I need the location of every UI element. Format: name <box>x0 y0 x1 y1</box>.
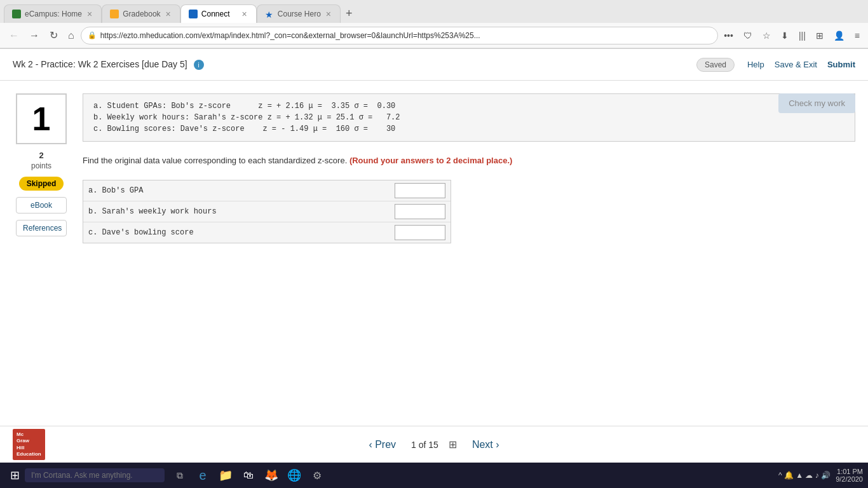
references-button[interactable]: References <box>16 220 67 236</box>
data-row-c: c. Bowling scores: Dave's z-score z = - … <box>93 123 844 135</box>
left-panel: 1 2 points Skipped eBook References <box>13 93 70 437</box>
saved-badge: Saved <box>696 58 735 72</box>
instruction-text: Find the original data value correspondi… <box>83 156 347 165</box>
question-number-box: 1 <box>16 93 67 144</box>
data-row-b: b. Weekly work hours: Sarah's z-score z … <box>93 112 844 123</box>
question-text: Find the original data value correspondi… <box>83 154 855 167</box>
collections-button[interactable]: ||| <box>796 29 809 43</box>
profile-button[interactable]: 👤 <box>831 29 848 43</box>
prev-button[interactable]: ‹ Prev <box>363 437 401 450</box>
tab-connect-label: Connect <box>201 10 237 18</box>
new-tab-button[interactable]: + <box>341 4 358 23</box>
instruction-emphasis: (Round your answers to 2 decimal place.) <box>349 156 512 165</box>
answer-row-a: a. Bob's GPA <box>83 180 451 201</box>
back-button[interactable]: ← <box>5 27 23 44</box>
answer-input-b[interactable] <box>395 204 445 219</box>
answer-row-c: c. Dave's bowling score <box>83 222 451 243</box>
url-display: https://ezto.mheducation.com/ext/map/ind… <box>100 31 712 40</box>
browser-chrome: eCampus: Home × Gradebook × Connect × ★ … <box>0 0 868 49</box>
answer-table-inner: a. Bob's GPA b. Sarah's weekly work hour… <box>83 180 451 243</box>
tab-bar: eCampus: Home × Gradebook × Connect × ★ … <box>0 0 868 23</box>
info-icon[interactable]: i <box>194 60 204 70</box>
tab-coursehero[interactable]: ★ Course Hero × <box>257 4 341 23</box>
page-title: Wk 2 - Practice: Wk 2 Exercises [due Day… <box>13 59 187 69</box>
tab-ecampus-close[interactable]: × <box>86 9 93 19</box>
footer: McGrawHillEducation ‹ Prev 1 of 15 ⊞ Nex… <box>0 426 868 449</box>
next-button[interactable]: Next › <box>467 437 505 450</box>
right-panel: Check my work a. Student GPAs: Bob's z-s… <box>83 93 855 437</box>
tab-gradebook-label: Gradebook <box>123 10 160 18</box>
points-count: 2 <box>39 151 43 160</box>
download-button[interactable]: ⬇ <box>778 29 792 43</box>
forward-button[interactable]: → <box>25 27 43 44</box>
footer-logo: McGrawHillEducation <box>13 429 45 449</box>
page-nav: ‹ Prev 1 of 15 ⊞ Next › <box>363 437 504 450</box>
answer-label-c: c. Dave's bowling score <box>88 226 395 240</box>
nav-actions: ••• 🛡 ☆ ⬇ ||| ⊞ 👤 ≡ <box>721 29 863 43</box>
extensions-button[interactable]: ••• <box>721 29 736 43</box>
tab-ecampus-label: eCampus: Home <box>25 10 82 18</box>
app-title: Wk 2 - Practice: Wk 2 Exercises [due Day… <box>13 59 696 71</box>
tab-ecampus[interactable]: eCampus: Home × <box>4 4 102 23</box>
refresh-button[interactable]: ↻ <box>46 27 62 44</box>
connect-favicon <box>189 10 198 18</box>
mcgrawhill-logo: McGrawHillEducation <box>13 429 45 449</box>
home-button[interactable]: ⌂ <box>64 27 78 44</box>
answer-table: a. Bob's GPA b. Sarah's weekly work hour… <box>83 180 451 243</box>
answer-label-a: a. Bob's GPA <box>88 184 395 198</box>
answer-input-a[interactable] <box>395 183 445 198</box>
tab-gradebook-close[interactable]: × <box>165 9 172 19</box>
check-my-work-button[interactable]: Check my work <box>778 93 855 113</box>
answer-input-c[interactable] <box>395 225 445 240</box>
shield-button[interactable]: 🛡 <box>740 29 756 43</box>
ebook-button[interactable]: eBook <box>16 197 67 214</box>
split-button[interactable]: ⊞ <box>813 29 827 43</box>
main-content: 1 2 points Skipped eBook References Chec… <box>0 81 868 449</box>
tab-coursehero-close[interactable]: × <box>325 9 332 19</box>
points-label: points <box>31 161 51 170</box>
nav-bar: ← → ↻ ⌂ 🔒 https://ezto.mheducation.com/e… <box>0 23 868 48</box>
answer-label-b: b. Sarah's weekly work hours <box>88 205 395 219</box>
grid-view-icon[interactable]: ⊞ <box>449 438 457 449</box>
app-header: Wk 2 - Practice: Wk 2 Exercises [due Day… <box>0 49 868 81</box>
data-table-inner: a. Student GPAs: Bob's z-score z = + 2.1… <box>83 94 855 141</box>
submit-button[interactable]: Submit <box>827 60 855 69</box>
lock-icon: 🔒 <box>88 31 97 39</box>
tab-coursehero-label: Course Hero <box>278 10 321 18</box>
question-number: 1 <box>32 100 51 138</box>
tab-connect[interactable]: Connect × <box>180 4 257 23</box>
gradebook-favicon <box>110 10 119 18</box>
page-info: 1 of 15 <box>411 440 438 450</box>
help-link[interactable]: Help <box>747 60 764 69</box>
save-exit-link[interactable]: Save & Exit <box>775 60 817 69</box>
header-actions: Help Save & Exit Submit <box>747 60 855 69</box>
bookmark-button[interactable]: ☆ <box>759 29 774 43</box>
answer-row-b: b. Sarah's weekly work hours <box>83 201 451 222</box>
coursehero-favicon: ★ <box>265 10 274 18</box>
tab-connect-close[interactable]: × <box>241 9 248 19</box>
data-row-a: a. Student GPAs: Bob's z-score z = + 2.1… <box>93 100 844 112</box>
skipped-badge[interactable]: Skipped <box>19 177 64 191</box>
menu-button[interactable]: ≡ <box>851 29 863 43</box>
ecampus-favicon <box>12 10 21 18</box>
address-bar[interactable]: 🔒 https://ezto.mheducation.com/ext/map/i… <box>81 27 719 44</box>
data-table: a. Student GPAs: Bob's z-score z = + 2.1… <box>83 93 855 142</box>
tab-gradebook[interactable]: Gradebook × <box>102 4 180 23</box>
